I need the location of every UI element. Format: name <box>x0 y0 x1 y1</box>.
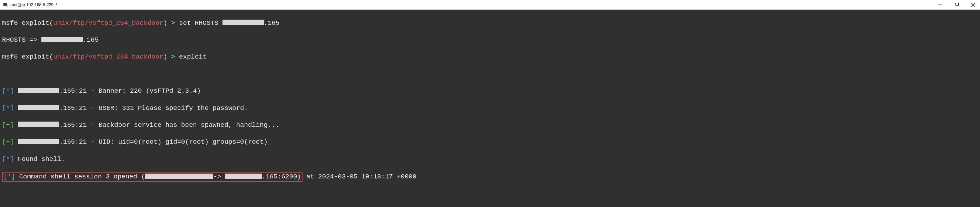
close-button[interactable] <box>969 1 977 9</box>
redacted-ip <box>41 37 83 42</box>
redacted-ip <box>223 20 264 25</box>
terminal-line: [*] Found shell. <box>2 155 978 164</box>
maximize-button[interactable] <box>952 1 961 9</box>
terminal-line: [*] .165:21 - Banner: 220 (vsFTPd 2.3.4) <box>2 87 978 95</box>
redacted-ip <box>145 174 213 179</box>
svg-rect-5 <box>956 3 959 6</box>
terminal-line: [*] Command shell session 3 opened (-> .… <box>2 172 978 182</box>
terminal-line <box>2 190 978 199</box>
titlebar-left: root@ip-192-168-5-229: / <box>3 2 57 8</box>
redacted-ip <box>18 88 59 93</box>
terminal-line: msf6 exploit(unix/ftp/vsftpd_234_backdoo… <box>2 53 978 61</box>
highlight-box: [*] Command shell session 3 opened (-> .… <box>2 172 302 182</box>
terminal-area[interactable]: msf6 exploit(unix/ftp/vsftpd_234_backdoo… <box>0 9 980 207</box>
terminal-line: [+] .165:21 - Backdoor service has been … <box>2 121 978 130</box>
window-title: root@ip-192-168-5-229: / <box>10 2 57 7</box>
svg-rect-2 <box>6 6 8 6</box>
redacted-ip <box>225 174 262 179</box>
terminal-line <box>2 70 978 79</box>
terminal-line: [*] .165:21 - USER: 331 Please specify t… <box>2 104 978 113</box>
terminal-line: [+] .165:21 - UID: uid=0(root) gid=0(roo… <box>2 138 978 146</box>
redacted-ip <box>18 105 59 110</box>
svg-rect-1 <box>4 3 6 5</box>
redacted-ip <box>18 122 59 127</box>
minimize-button[interactable] <box>936 1 944 9</box>
redacted-ip <box>18 139 59 144</box>
putty-icon <box>3 2 8 8</box>
titlebar-controls <box>936 1 977 9</box>
terminal-line: RHOSTS => .165 <box>2 36 978 44</box>
terminal-line: msf6 exploit(unix/ftp/vsftpd_234_backdoo… <box>2 19 978 28</box>
window-titlebar: root@ip-192-168-5-229: / <box>0 0 980 9</box>
